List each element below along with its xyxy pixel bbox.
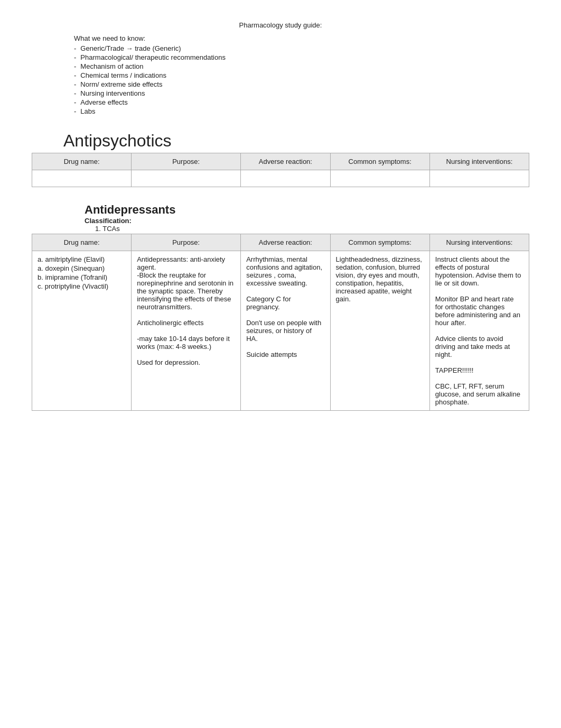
- antidepressants-table: Drug name:Purpose:Adverse reaction:Commo…: [32, 234, 529, 411]
- antipsychotics-purpose-cell: [132, 170, 241, 187]
- table-header: Common symptoms:: [330, 234, 429, 251]
- table-header: Purpose:: [132, 153, 241, 170]
- table-header: Common symptoms:: [330, 153, 429, 170]
- intro-list-item: Labs: [74, 107, 529, 115]
- intro-list-item: Mechanism of action: [74, 62, 529, 70]
- intro-list-item: Nursing interventions: [74, 89, 529, 97]
- drug-name-cell: a. amitriptyline (Elavil)a. doxepin (Sin…: [32, 251, 132, 411]
- page-title: Pharmacology study guide:: [32, 21, 529, 29]
- antipsychotics-adverse-cell: [241, 170, 330, 187]
- antipsychotics-section: Antipsychotics Drug name:Purpose:Adverse…: [32, 131, 529, 187]
- intro-list-item: Chemical terms / indications: [74, 71, 529, 79]
- antidepressants-heading: Antidepressants: [85, 203, 529, 217]
- antipsychotics-common-cell: [330, 170, 429, 187]
- classification-list-item: 1. TCAs: [95, 225, 529, 233]
- antipsychotics-table: Drug name:Purpose:Adverse reaction:Commo…: [32, 153, 529, 187]
- table-header: Adverse reaction:: [241, 234, 330, 251]
- table-row: a. amitriptyline (Elavil)a. doxepin (Sin…: [32, 251, 529, 411]
- common-symptoms-cell: Lightheadedness, dizziness, sedation, co…: [330, 251, 429, 411]
- adverse-cell: Arrhythmias, mental confusions and agita…: [241, 251, 330, 411]
- drug-name-item: a. amitriptyline (Elavil): [38, 255, 126, 263]
- drug-name-item: c. protriptyline (Vivactil): [38, 282, 126, 290]
- table-header: Nursing interventions:: [429, 234, 529, 251]
- intro-list-item: Norm/ extreme side effects: [74, 80, 529, 88]
- antidepressants-section: Antidepressants Classification: 1. TCAs …: [32, 203, 529, 411]
- antipsychotics-heading: Antipsychotics: [63, 131, 529, 151]
- classification-item-1: 1. TCAs: [95, 225, 529, 233]
- purpose-cell: Antidepressants: anti-anxiety agent. -Bl…: [132, 251, 241, 411]
- drug-name-item: b. imipramine (Tofranil): [38, 273, 126, 281]
- table-header: Nursing interventions:: [429, 153, 529, 170]
- intro-list-item: Generic/Trade → trade (Generic): [74, 44, 529, 52]
- nursing-interventions-cell: Instruct clients about the effects of po…: [429, 251, 529, 411]
- intro-list-item: Adverse effects: [74, 98, 529, 106]
- intro-list-item: Pharmacological/ therapeutic recommendat…: [74, 53, 529, 61]
- intro-section: What we need to know: Generic/Trade → tr…: [74, 34, 529, 115]
- classification-label: Classification:: [85, 217, 529, 225]
- table-header: Drug name:: [32, 153, 132, 170]
- intro-header: What we need to know:: [74, 34, 529, 42]
- table-header: Drug name:: [32, 234, 132, 251]
- drug-name-item: a. doxepin (Sinequan): [38, 264, 126, 272]
- table-header: Purpose:: [132, 234, 241, 251]
- antipsychotics-drug-cell: [32, 170, 132, 187]
- antipsychotics-nursing-cell: [429, 170, 529, 187]
- intro-list: Generic/Trade → trade (Generic)Pharmacol…: [74, 44, 529, 115]
- table-header: Adverse reaction:: [241, 153, 330, 170]
- antidepressants-header-block: Antidepressants Classification: 1. TCAs: [85, 203, 529, 233]
